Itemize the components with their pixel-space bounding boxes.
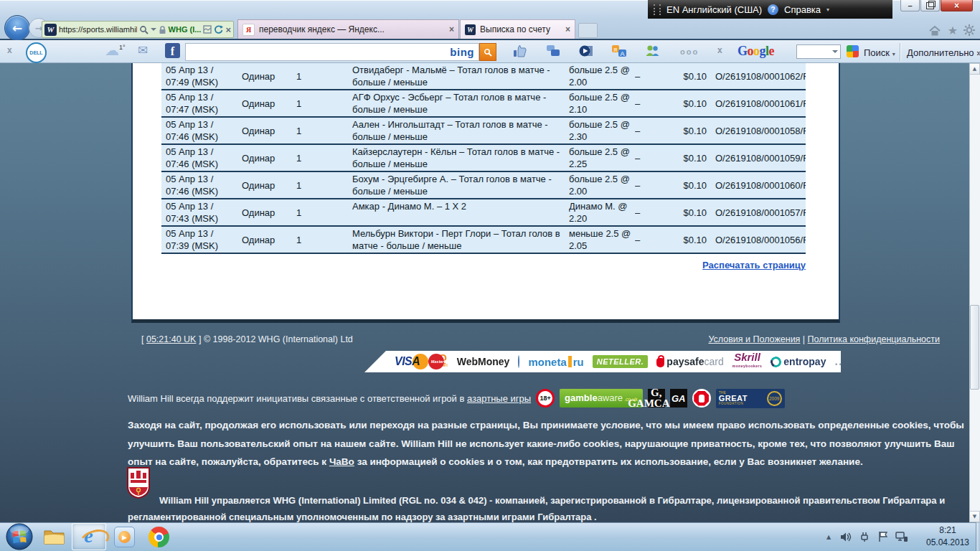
paysafecard-lock-icon [656, 358, 664, 367]
great-foundation-badge: THEGREATFOUNDATION 2009 [716, 389, 785, 408]
toolbar-overflow-dots[interactable]: ooo [680, 47, 699, 56]
favorites-star-icon[interactable]: ★ [946, 23, 960, 37]
google-search-input[interactable] [796, 44, 841, 59]
webmoney-globe-icon [518, 355, 519, 368]
home-icon[interactable] [928, 23, 942, 37]
cell-bet-type: Одинар [242, 207, 296, 219]
scroll-down-icon[interactable]: ▼ [969, 511, 980, 522]
bing-search-button[interactable] [479, 43, 496, 61]
paysafecard-logo[interactable]: paysafecard [656, 356, 723, 367]
paysafe-label: paysafe [666, 356, 704, 367]
language-label[interactable]: EN Английский (США) [666, 4, 762, 15]
chrome-taskbar-icon[interactable] [148, 526, 170, 548]
yandex-favicon: Я [242, 24, 255, 36]
video-icon[interactable] [578, 43, 594, 59]
webmoney-logo[interactable]: WebMoney [457, 356, 510, 367]
close-window-button[interactable]: × [941, 0, 973, 11]
google-icon[interactable] [847, 45, 859, 57]
messenger-icon[interactable] [644, 43, 660, 59]
toolbar-separator [900, 43, 901, 61]
scroll-up-icon[interactable]: ▲ [969, 63, 980, 75]
search-icon[interactable] [139, 25, 149, 34]
tab-account-statement[interactable]: W Выписка по счету × [460, 19, 575, 39]
url-text[interactable]: https://sports.williamhill.com/acc/ [59, 25, 137, 34]
gambling-link[interactable]: азартные игры [467, 393, 531, 404]
cell-count: 1 [296, 70, 352, 83]
cell-bet-type: Одинар [242, 234, 296, 246]
help-icon[interactable]: ? [768, 4, 778, 15]
clock-time: 8:21 [920, 524, 976, 537]
stop-octagon-icon [694, 391, 709, 406]
cell-count: 1 [296, 234, 352, 246]
show-desktop-button[interactable] [976, 522, 980, 551]
taskbar-clock[interactable]: 8:21 05.04.2013 [920, 524, 976, 549]
bing-search-input[interactable]: bing [185, 43, 479, 61]
tray-expand-icon[interactable]: ▲ [822, 531, 835, 542]
cell-selection: Бохум - Эрцгебирге А. – Тотал голов в ма… [352, 172, 569, 198]
certificate-name[interactable]: WHG (I... [169, 25, 202, 34]
gibraltar-crest [126, 466, 151, 499]
toolbar-close-icon[interactable]: x [7, 45, 12, 55]
terms-link[interactable]: Условия и Положения [708, 334, 800, 344]
cell-date: 05 Апр 13 /07:46 (MSK) [161, 118, 242, 143]
stop-icon[interactable]: × [225, 25, 231, 34]
cell-result: – [635, 152, 664, 164]
volume-icon[interactable] [839, 531, 852, 542]
address-dropdown-icon[interactable] [151, 28, 156, 31]
cell-amount: $0.10 [664, 70, 715, 83]
dropdown-icon[interactable]: ▾ [892, 51, 895, 57]
separator: | [800, 334, 807, 344]
langbar-options-icon[interactable]: ▾ [826, 6, 829, 13]
settings-gear-icon[interactable] [962, 23, 976, 37]
chat-icon[interactable] [545, 43, 561, 59]
network-icon[interactable] [895, 531, 908, 542]
mail-icon[interactable]: ✉ [138, 43, 148, 57]
google-search-button[interactable]: Поиск ▾ [864, 47, 895, 58]
power-plug-icon[interactable] [858, 531, 871, 542]
moneta-logo[interactable]: monetaru [528, 356, 583, 368]
help-label[interactable]: Справка [784, 4, 821, 15]
footer-links: Условия и Положения | Политика конфиденц… [708, 334, 940, 344]
neteller-logo[interactable]: NETELLER. [593, 355, 649, 368]
back-button[interactable]: ← [4, 15, 30, 41]
weather-icon[interactable]: ☁1° [105, 42, 126, 59]
tab-close-icon[interactable]: × [449, 24, 454, 34]
cell-selection: Аален - Ингольштадт – Тотал голов в матч… [352, 118, 569, 143]
privacy-link[interactable]: Политика конфиденциальности [808, 334, 940, 344]
minimize-button[interactable]: – [900, 0, 920, 11]
like-icon[interactable] [512, 43, 528, 59]
scrollbar-thumb[interactable] [970, 305, 979, 390]
cell-bet: больше 2.5 @2.10 [569, 90, 635, 116]
cell-reference: O/2619108/0001058/F [715, 125, 806, 137]
dropdown-icon[interactable] [832, 50, 838, 53]
facebook-icon[interactable]: f [165, 43, 180, 58]
start-button[interactable] [6, 523, 33, 550]
cell-selection: Кайзерслаутерн - Кёльн – Тотал голов в м… [352, 145, 569, 171]
tab-close-icon[interactable]: × [565, 24, 570, 34]
translate-icon[interactable]: яA [611, 43, 627, 59]
cell-result: – [635, 98, 664, 110]
refresh-icon[interactable] [214, 25, 223, 34]
cell-count: 1 [296, 125, 352, 137]
restore-button[interactable] [920, 0, 940, 11]
cell-result: – [635, 125, 664, 137]
entropay-logo[interactable]: entropay [771, 356, 826, 367]
language-bar[interactable]: EN Английский (США) ? Справка ▾ [648, 0, 892, 19]
internet-explorer-taskbar-icon[interactable]: e [77, 524, 100, 547]
skrill-logo[interactable]: Skrillmoneybookers [732, 353, 763, 370]
cell-selection: Мельбурн Виктори - Перт Глори – Тотал го… [352, 227, 569, 253]
server-time-link[interactable]: 05:21:40 UK [146, 334, 197, 344]
toolbar-close-icon[interactable]: x [717, 45, 722, 55]
action-center-flag-icon[interactable] [877, 531, 890, 542]
tab-yandex-translate[interactable]: Я переводчик яндекс — Яндекс... × [237, 19, 459, 39]
address-bar[interactable]: W https://sports.williamhill.com/acc/ WH… [42, 21, 234, 38]
media-player-taskbar-icon[interactable]: ▶ [113, 526, 136, 548]
compatibility-view-icon[interactable] [203, 25, 212, 34]
explorer-taskbar-icon[interactable] [43, 526, 65, 548]
dell-logo[interactable]: DELL [26, 42, 47, 63]
toolbar-more-button[interactable]: Дополнительно » [907, 47, 980, 58]
new-tab-button[interactable] [578, 23, 598, 38]
print-page-link[interactable]: Распечатать страницу [702, 260, 806, 270]
toolbar-grip[interactable] [654, 4, 661, 15]
faq-link[interactable]: ЧаВо [329, 456, 354, 467]
